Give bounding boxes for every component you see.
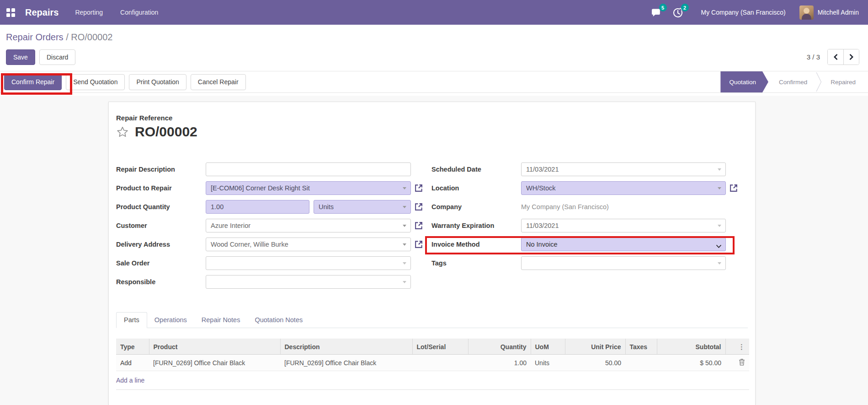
chevron-down-icon bbox=[716, 243, 722, 250]
menu-reporting[interactable]: Reporting bbox=[75, 9, 103, 16]
tags-select[interactable] bbox=[521, 256, 726, 270]
caret-down-icon bbox=[403, 243, 406, 246]
product-quantity-label: Product Quantity bbox=[116, 203, 206, 211]
tags-label: Tags bbox=[431, 259, 521, 267]
cell-subtotal[interactable]: $ 50.00 bbox=[657, 355, 725, 371]
tab-operations[interactable]: Operations bbox=[147, 313, 194, 328]
chevron-right-icon bbox=[849, 54, 854, 60]
product-to-repair-select[interactable]: [E-COM06] Corner Desk Right Sit bbox=[206, 181, 411, 195]
favorite-star-icon[interactable] bbox=[116, 126, 129, 138]
external-link-icon[interactable] bbox=[414, 240, 423, 249]
discard-button[interactable]: Discard bbox=[39, 49, 75, 65]
confirm-repair-button[interactable]: Confirm Repair bbox=[4, 74, 62, 90]
field-product-to-repair: Product to Repair [E-COM06] Corner Desk … bbox=[116, 181, 431, 195]
warranty-expiration-input[interactable]: 11/03/2021 bbox=[521, 219, 726, 232]
delivery-address-value: Wood Corner, Willie Burke bbox=[211, 241, 288, 248]
cell-lot-serial[interactable] bbox=[412, 355, 468, 371]
optional-columns-button[interactable]: ⋮ bbox=[725, 339, 749, 355]
customer-select[interactable]: Azure Interior bbox=[206, 219, 411, 232]
delivery-address-label: Delivery Address bbox=[116, 241, 206, 248]
uom-select[interactable]: Units bbox=[314, 200, 411, 214]
responsible-select[interactable] bbox=[206, 275, 411, 289]
field-product-quantity: Product Quantity 1.00 Units bbox=[116, 200, 431, 214]
send-quotation-button[interactable]: Send Quotation bbox=[66, 74, 125, 90]
control-panel: Repair Orders / RO/00002 Save Discard 3 … bbox=[0, 25, 868, 65]
caret-down-icon bbox=[718, 168, 721, 171]
sale-order-select[interactable] bbox=[206, 256, 411, 270]
menu-configuration[interactable]: Configuration bbox=[120, 9, 158, 16]
tab-quotation-notes[interactable]: Quotation Notes bbox=[247, 313, 310, 328]
external-link-icon[interactable] bbox=[729, 184, 738, 193]
company-switcher[interactable]: My Company (San Francisco) bbox=[701, 9, 786, 16]
location-label: Location bbox=[431, 184, 521, 192]
cell-taxes[interactable] bbox=[625, 355, 657, 371]
column-unit-price[interactable]: Unit Price bbox=[565, 339, 625, 355]
activities-icon[interactable]: 2 bbox=[673, 7, 685, 18]
avatar[interactable] bbox=[799, 5, 814, 20]
cell-type[interactable]: Add bbox=[116, 355, 149, 371]
pager-previous-button[interactable] bbox=[828, 49, 843, 65]
cancel-repair-button[interactable]: Cancel Repair bbox=[191, 74, 246, 90]
stage-confirmed[interactable]: Confirmed bbox=[770, 71, 816, 92]
caret-down-icon bbox=[718, 225, 721, 227]
uom-value: Units bbox=[319, 203, 334, 211]
user-menu[interactable]: Mitchell Admin bbox=[818, 9, 859, 16]
column-uom[interactable]: UoM bbox=[531, 339, 565, 355]
field-repair-description: Repair Description bbox=[116, 162, 431, 176]
stage-separator-icon bbox=[816, 71, 822, 92]
product-to-repair-label: Product to Repair bbox=[116, 184, 206, 192]
delivery-address-select[interactable]: Wood Corner, Willie Burke bbox=[206, 238, 411, 251]
tab-parts[interactable]: Parts bbox=[116, 312, 147, 328]
invoice-method-select[interactable]: No Invoice bbox=[521, 238, 726, 251]
warranty-expiration-label: Warranty Expiration bbox=[431, 222, 521, 229]
column-product[interactable]: Product bbox=[149, 339, 280, 355]
tab-repair-notes[interactable]: Repair Notes bbox=[194, 313, 248, 328]
print-quotation-button[interactable]: Print Quotation bbox=[129, 74, 186, 90]
product-quantity-input[interactable]: 1.00 bbox=[206, 200, 309, 214]
column-quantity[interactable]: Quantity bbox=[468, 339, 531, 355]
breadcrumb-repair-orders[interactable]: Repair Orders bbox=[6, 32, 64, 42]
field-company: Company My Company (San Francisco) bbox=[431, 200, 747, 214]
cell-unit-price[interactable]: 50.00 bbox=[565, 355, 625, 371]
parts-header-row: Type Product Description Lot/Serial Quan… bbox=[116, 339, 749, 355]
add-a-line-link[interactable]: Add a line bbox=[116, 377, 144, 384]
app-name-repairs[interactable]: Repairs bbox=[25, 7, 59, 18]
trash-icon bbox=[739, 358, 745, 366]
content-area: Repair Reference RO/00002 Repair Descrip… bbox=[0, 96, 868, 405]
location-select[interactable]: WH/Stock bbox=[521, 181, 726, 195]
stage-quotation[interactable]: Quotation bbox=[720, 71, 768, 92]
caret-down-icon bbox=[718, 262, 721, 265]
cell-quantity[interactable]: 1.00 bbox=[468, 355, 531, 371]
external-link-icon[interactable] bbox=[414, 221, 423, 230]
field-location: Location WH/Stock bbox=[431, 181, 747, 195]
field-sale-order: Sale Order bbox=[116, 256, 431, 270]
stage-repaired[interactable]: Repaired bbox=[822, 71, 864, 92]
kebab-icon: ⋮ bbox=[738, 343, 745, 351]
parts-table: Type Product Description Lot/Serial Quan… bbox=[116, 339, 749, 371]
parts-row[interactable]: Add [FURN_0269] Office Chair Black [FURN… bbox=[116, 355, 749, 371]
cell-product[interactable]: [FURN_0269] Office Chair Black bbox=[149, 355, 280, 371]
column-type[interactable]: Type bbox=[116, 339, 149, 355]
repair-description-input[interactable] bbox=[206, 162, 411, 176]
messages-icon[interactable]: 5 bbox=[651, 7, 663, 18]
cell-uom[interactable]: Units bbox=[531, 355, 565, 371]
cell-description[interactable]: [FURN_0269] Office Chair Black bbox=[280, 355, 412, 371]
column-subtotal[interactable]: Subtotal bbox=[657, 339, 725, 355]
breadcrumb-separator: / bbox=[66, 32, 69, 42]
column-lot-serial[interactable]: Lot/Serial bbox=[412, 339, 468, 355]
statusbar: Confirm Repair Send Quotation Print Quot… bbox=[0, 71, 868, 93]
save-button[interactable]: Save bbox=[6, 49, 35, 65]
stage-pipeline: Quotation Confirmed Repaired bbox=[720, 71, 868, 92]
scheduled-date-input[interactable]: 11/03/2021 bbox=[521, 162, 726, 176]
external-link-icon[interactable] bbox=[414, 202, 423, 211]
responsible-label: Responsible bbox=[116, 278, 206, 286]
column-taxes[interactable]: Taxes bbox=[625, 339, 657, 355]
chevron-left-icon bbox=[833, 54, 838, 60]
external-link-icon[interactable] bbox=[414, 184, 423, 193]
column-description[interactable]: Description bbox=[280, 339, 412, 355]
pager-next-button[interactable] bbox=[843, 49, 859, 65]
delete-row-button[interactable] bbox=[725, 355, 749, 371]
field-invoice-method: Invoice Method No Invoice bbox=[431, 238, 747, 251]
apps-grid-icon[interactable] bbox=[6, 8, 15, 17]
invoice-method-label: Invoice Method bbox=[431, 241, 521, 248]
